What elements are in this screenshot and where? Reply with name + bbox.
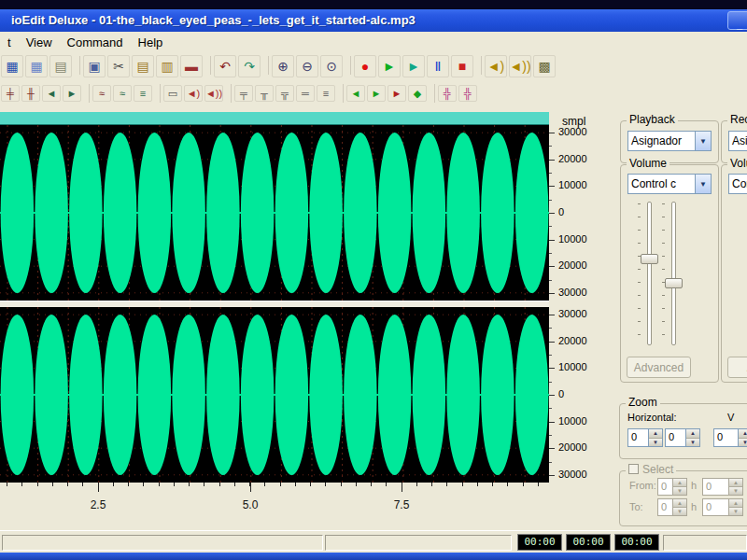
ruler-major-tick: [98, 483, 99, 492]
toolbar-main: ▦▦▤▣✂▤▥▬↶↷⊕⊖⊙●►►Ⅱ■◄)◄))▩: [0, 52, 747, 80]
copy-button[interactable]: ▣: [83, 55, 106, 77]
volume-group-label: Volume: [627, 157, 669, 170]
spin-up-icon: ▲: [673, 479, 686, 487]
redo-button[interactable]: ↷: [238, 55, 261, 77]
ruler-minor-tick: [234, 483, 235, 486]
window-title: ioEdit Deluxe - 01-the_black_eyed_peas_-…: [11, 9, 416, 32]
spinner-buttons[interactable]: ▲ ▼: [685, 429, 699, 446]
play-button[interactable]: ►: [378, 55, 401, 77]
ruler-minor-tick: [280, 483, 281, 486]
volume-slider-right[interactable]: [661, 200, 684, 347]
region-start-button[interactable]: ◄: [42, 85, 61, 102]
wave-view-button[interactable]: ≈: [92, 85, 111, 102]
region-end-button[interactable]: ►: [63, 85, 81, 102]
mixer-button[interactable]: ▩: [533, 55, 556, 77]
fade-in-button[interactable]: ◄: [346, 85, 365, 102]
playback-device-dropdown[interactable]: Asignador ▼: [627, 131, 712, 151]
slider-track[interactable]: [647, 202, 652, 345]
ruler-mode-button[interactable]: ═: [296, 85, 315, 102]
waveform-channel-left[interactable]: [0, 125, 549, 301]
ruler-minor-tick: [204, 483, 204, 486]
menu-command[interactable]: Command: [60, 32, 131, 49]
paste-mix-button[interactable]: ▥: [156, 55, 178, 77]
marker-clear-button[interactable]: ╫: [21, 85, 40, 102]
zoom-in-button[interactable]: ⊕: [272, 55, 294, 77]
fade-out-button[interactable]: ►: [367, 85, 386, 102]
save-button[interactable]: ▦: [1, 55, 23, 77]
wave-all-button[interactable]: ≡: [134, 85, 152, 102]
menu-t[interactable]: t: [0, 32, 19, 49]
time-ruler[interactable]: 2.55.07.5: [0, 483, 549, 522]
cue-3-button[interactable]: ╦: [275, 85, 294, 102]
overview-position-bar[interactable]: [0, 112, 549, 125]
wave-fit-button[interactable]: ≈: [113, 85, 132, 102]
slider-track[interactable]: [671, 202, 676, 345]
spin-down-icon[interactable]: ▼: [739, 439, 747, 447]
cue-2-button[interactable]: ╥: [255, 85, 274, 102]
record-button[interactable]: ●: [354, 55, 376, 77]
status-panel: [2, 535, 323, 551]
axis-minor-tick: [549, 146, 552, 147]
file-info-button[interactable]: ▤: [49, 55, 72, 77]
volume-control-dropdown[interactable]: Control c ▼: [627, 174, 712, 194]
paste-button[interactable]: ▤: [132, 55, 154, 77]
zoom-horizontal-spinner-2[interactable]: 0 ▲ ▼: [665, 428, 700, 447]
spinner-buttons[interactable]: ▲ ▼: [738, 429, 747, 446]
play-selection-button[interactable]: ►: [388, 85, 406, 102]
menu-view[interactable]: View: [19, 32, 60, 49]
zoom-horizontal-spinner[interactable]: 0 ▲ ▼: [627, 428, 663, 447]
title-bar[interactable]: ioEdit Deluxe - 01-the_black_eyed_peas_-…: [0, 9, 747, 32]
ruler-minor-tick: [462, 483, 463, 486]
spin-up-icon[interactable]: ▲: [686, 429, 699, 439]
silence-button[interactable]: ▭: [163, 85, 182, 102]
dropdown-arrow-icon[interactable]: ▼: [695, 132, 711, 150]
cut-button[interactable]: ✂: [107, 55, 130, 77]
toolbar-separator: [205, 56, 211, 75]
axis-label: 20000: [558, 259, 587, 271]
grid-mode-button[interactable]: ≡: [317, 85, 335, 102]
axis-tick: [549, 342, 555, 343]
axis-minor-tick: [549, 226, 552, 227]
record-volume-dropdown[interactable]: Cont: [728, 174, 747, 194]
waveform-channel-right[interactable]: [0, 307, 549, 483]
menu-help[interactable]: Help: [131, 32, 171, 49]
dropdown-arrow-icon[interactable]: ▼: [695, 175, 711, 193]
speaker-test-button[interactable]: ◄)): [204, 85, 223, 102]
save-as-button[interactable]: ▦: [25, 55, 48, 77]
cue-1-button[interactable]: ╤: [234, 85, 253, 102]
slider-thumb[interactable]: [665, 278, 683, 288]
speaker-button[interactable]: ◄): [485, 55, 507, 77]
speaker-loud-button[interactable]: ◄)): [509, 55, 531, 77]
stop-button[interactable]: ■: [451, 55, 473, 77]
play-loop-button[interactable]: ►: [402, 55, 425, 77]
pause-button[interactable]: Ⅱ: [427, 55, 449, 77]
volume-slider-left[interactable]: [637, 200, 659, 347]
slider-thumb[interactable]: [641, 254, 658, 264]
toolbar-separator: [226, 84, 232, 103]
ruler-minor-tick: [523, 483, 524, 486]
ruler-minor-tick: [325, 483, 326, 486]
spinner-buttons[interactable]: ▲ ▼: [648, 429, 662, 446]
marker-drop-button[interactable]: ╪: [1, 85, 20, 102]
axis-minor-tick: [549, 462, 552, 463]
ruler-minor-tick: [219, 483, 220, 486]
delete-selection-button[interactable]: ▬: [180, 55, 203, 77]
undo-button[interactable]: ↶: [214, 55, 236, 77]
spin-up-icon[interactable]: ▲: [739, 429, 747, 439]
zoom-all-button[interactable]: ⊙: [320, 55, 343, 77]
speaker-small-button[interactable]: ◄): [184, 85, 203, 102]
record-device-dropdown[interactable]: Asigna: [728, 131, 747, 151]
select-to-value-2: 0: [703, 499, 728, 515]
envelope-button[interactable]: ◆: [408, 85, 427, 102]
zoom-vertical-spinner[interactable]: 0 ▲ ▼: [713, 428, 747, 447]
zoom-out-button[interactable]: ⊖: [296, 55, 318, 77]
spin-up-icon[interactable]: ▲: [649, 429, 662, 439]
ruler-minor-tick: [21, 483, 22, 486]
join-marker-button[interactable]: ╬: [458, 85, 477, 102]
ruler-time-label: 2.5: [91, 498, 106, 511]
minimize-button[interactable]: _: [727, 11, 747, 30]
split-marker-button[interactable]: ╬: [438, 85, 457, 102]
spin-down-icon[interactable]: ▼: [686, 439, 699, 447]
amplitude-axis: smpl 30000200001000001000020000300003000…: [549, 112, 616, 523]
spin-down-icon[interactable]: ▼: [649, 439, 662, 447]
